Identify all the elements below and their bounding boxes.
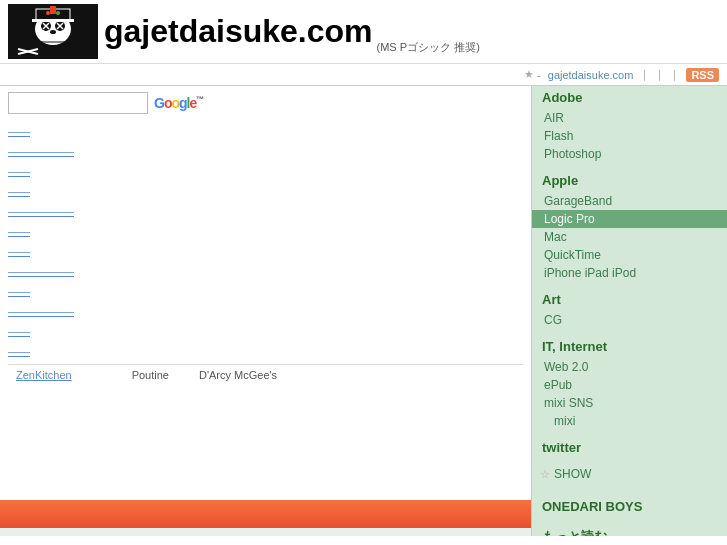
sidebar-item-web20[interactable]: Web 2.0	[532, 358, 727, 376]
bottom-row: ZenKitchen Poutine D'Arcy McGee's	[8, 364, 523, 385]
content-link-6[interactable]: ——	[8, 225, 48, 237]
sidebar-header-adobe[interactable]: Adobe	[532, 86, 727, 109]
sidebar-item-mixi-sns[interactable]: mixi SNS	[532, 394, 727, 412]
content-link-5[interactable]: ——————	[8, 205, 88, 217]
main-layout: Google™ —— —————— —— —— —————— ——	[0, 86, 727, 536]
list-item: ——	[8, 284, 523, 298]
sidebar-item-flash[interactable]: Flash	[532, 127, 727, 145]
ad-bar	[0, 528, 531, 536]
content-link-2[interactable]: ——————	[8, 145, 88, 157]
sidebar-header-it[interactable]: IT, Internet	[532, 335, 727, 358]
content-link-1[interactable]: ——	[8, 125, 48, 137]
sidebar-item-cg[interactable]: CG	[532, 311, 727, 329]
zen-kitchen-link[interactable]: ZenKitchen	[16, 369, 72, 381]
svg-rect-14	[32, 19, 74, 22]
list-item: ——————	[8, 144, 523, 158]
sidebar-header-art[interactable]: Art	[532, 288, 727, 311]
logo	[8, 4, 98, 59]
content-link-3[interactable]: ——	[8, 165, 48, 177]
list-item: ——	[8, 324, 523, 338]
sidebar-header-apple[interactable]: Apple	[532, 169, 727, 192]
list-item: ——	[8, 164, 523, 178]
list-item: ——————	[8, 264, 523, 278]
content-link-4[interactable]: ——	[8, 185, 48, 197]
poutine-text: Poutine	[132, 369, 169, 381]
svg-rect-10	[51, 37, 55, 42]
list-item: ——	[8, 124, 523, 138]
svg-rect-11	[57, 37, 61, 42]
svg-point-18	[56, 11, 60, 15]
nav-sep1: ｜	[639, 67, 650, 82]
nav-sep3: ｜	[669, 67, 680, 82]
sidebar-item-photoshop[interactable]: Photoshop	[532, 145, 727, 163]
svg-point-8	[50, 30, 56, 34]
content-link-8[interactable]: ——————	[8, 265, 88, 277]
show-star-icon: ☆	[540, 468, 550, 481]
sidebar-item-air[interactable]: AIR	[532, 109, 727, 127]
page-header: gajetdaisuke.com (MS Pゴシック 推奨)	[0, 0, 727, 64]
sidebar-item-logicpro[interactable]: Logic Pro	[532, 210, 727, 228]
content-link-11[interactable]: ——	[8, 325, 48, 337]
search-input[interactable]	[8, 92, 148, 114]
content-link-7[interactable]: ——	[8, 245, 48, 257]
content-link-12[interactable]: ——	[8, 345, 48, 357]
sidebar-item-mixi[interactable]: mixi	[532, 412, 727, 430]
content-link-9[interactable]: ——	[8, 285, 48, 297]
sidebar-item-quicktime[interactable]: QuickTime	[532, 246, 727, 264]
svg-rect-19	[50, 6, 56, 14]
list-item: ——————	[8, 304, 523, 318]
show-row: ☆ SHOW	[532, 465, 727, 483]
sidebar-item-mac[interactable]: Mac	[532, 228, 727, 246]
google-logo: Google™	[154, 95, 203, 111]
site-link[interactable]: gajetdaisuke.com	[548, 69, 634, 81]
sidebar-item-iphone-ipad-ipod[interactable]: iPhone iPad iPod	[532, 264, 727, 282]
list-item: ——————	[8, 204, 523, 218]
nav-bar: ★ - gajetdaisuke.com ｜ ｜ ｜ RSS	[0, 64, 727, 86]
site-subtitle: (MS Pゴシック 推奨)	[377, 40, 480, 55]
sidebar-item-garageband[interactable]: GarageBand	[532, 192, 727, 210]
sidebar-more[interactable]: もっと読む	[532, 524, 727, 536]
nav-sep2: ｜	[654, 67, 665, 82]
content-scroll[interactable]: —— —————— —— —— —————— —— —— ——————	[0, 120, 531, 500]
svg-rect-9	[45, 37, 49, 42]
left-content: Google™ —— —————— —— —— —————— ——	[0, 86, 532, 536]
content-link-10[interactable]: ——————	[8, 305, 88, 317]
footer-area: ・ ・ www.AppleESL.com	[0, 500, 531, 536]
site-title: gajetdaisuke.com	[104, 13, 373, 50]
search-bar: Google™	[0, 86, 531, 120]
list-item: ——	[8, 224, 523, 238]
sidebar-onedari-boys[interactable]: ONEDARI BOYS	[532, 495, 727, 518]
footer-bar	[0, 500, 531, 528]
list-item: ——	[8, 184, 523, 198]
sidebar-header-twitter[interactable]: twitter	[532, 436, 727, 459]
svg-point-17	[46, 11, 50, 15]
home-icon[interactable]: ★	[524, 68, 534, 81]
rss-badge[interactable]: RSS	[686, 68, 719, 82]
sidebar-item-epub[interactable]: ePub	[532, 376, 727, 394]
list-item: ——	[8, 344, 523, 358]
show-button[interactable]: SHOW	[554, 467, 591, 481]
right-sidebar: Adobe AIR Flash Photoshop Apple GarageBa…	[532, 86, 727, 536]
list-item: ——	[8, 244, 523, 258]
nav-separator: -	[537, 69, 541, 81]
darcy-text: D'Arcy McGee's	[199, 369, 277, 381]
